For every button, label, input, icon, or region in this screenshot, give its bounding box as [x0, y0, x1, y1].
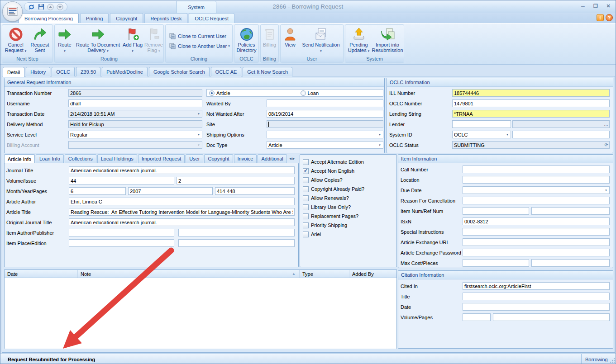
- chevron-down-icon[interactable]: ▾: [196, 112, 202, 116]
- checkbox-library-use-only[interactable]: Library Use Only?: [300, 203, 396, 212]
- due-date-input[interactable]: [463, 187, 603, 193]
- ribbon-tab-oclc-request[interactable]: OCLC Request: [189, 13, 234, 23]
- year-field[interactable]: [128, 187, 213, 195]
- feedback-icon[interactable]: i: [597, 14, 604, 21]
- refresh-button[interactable]: [28, 3, 35, 10]
- column-header-added-by[interactable]: Added By: [349, 270, 396, 278]
- transaction-date-input[interactable]: [69, 111, 196, 117]
- notes-table-body[interactable]: [5, 278, 396, 349]
- maximize-button[interactable]: ❐: [591, 3, 600, 9]
- checkbox-icon[interactable]: [303, 222, 309, 228]
- volume-field[interactable]: [69, 177, 174, 184]
- site-field[interactable]: [267, 120, 383, 128]
- tab-invoice[interactable]: Invoice: [234, 154, 257, 163]
- month-field[interactable]: [69, 187, 126, 195]
- checkbox-accept-alternate-edition[interactable]: Accept Alternate Edition: [300, 157, 396, 166]
- resize-grip[interactable]: [610, 358, 615, 364]
- article-exchange-url-field[interactable]: [463, 238, 610, 246]
- oclc-status-field[interactable]: [452, 141, 610, 149]
- radio-article[interactable]: Article: [209, 90, 230, 96]
- tab-detail[interactable]: Detail: [3, 67, 24, 77]
- chevron-down-icon[interactable]: ▾: [377, 133, 383, 137]
- doc-type-input[interactable]: [267, 142, 377, 148]
- close-button[interactable]: ✕: [604, 3, 613, 9]
- transaction-date-combo[interactable]: ▾: [68, 110, 202, 118]
- system-id-input[interactable]: [453, 132, 504, 137]
- shipping-options-input[interactable]: [267, 132, 377, 137]
- column-header-date[interactable]: Date: [5, 270, 78, 278]
- isxn-field[interactable]: [463, 217, 610, 225]
- pending-updates-button[interactable]: Pending Updates ▾: [346, 26, 372, 56]
- tab-collections[interactable]: Collections: [65, 154, 96, 163]
- transaction-number-field[interactable]: [68, 89, 202, 97]
- tab-get-it-now-search[interactable]: Get It Now Search: [243, 67, 292, 76]
- checkbox-allow-copies[interactable]: Allow Copies?: [300, 175, 396, 184]
- tab-history[interactable]: History: [26, 67, 50, 76]
- column-header-type[interactable]: Type: [300, 270, 349, 278]
- lending-string-field[interactable]: [452, 110, 610, 118]
- clone-to-current-user-button[interactable]: Clone to Current User: [167, 31, 229, 41]
- app-menu-button[interactable]: [2, 1, 23, 22]
- ribbon-tab-borrowing-processing[interactable]: Borrowing Processing: [19, 13, 79, 23]
- tab-scroll-right-button[interactable]: ▶: [292, 157, 295, 161]
- checkbox-allow-renewals[interactable]: Allow Renewals?: [300, 194, 396, 203]
- checkbox-replacement-pages[interactable]: Replacement Pages?: [300, 212, 396, 221]
- minimize-button[interactable]: ─: [578, 3, 587, 9]
- tab-z3950[interactable]: Z39.50: [76, 67, 100, 76]
- request-sent-button[interactable]: Request Sent: [28, 26, 52, 56]
- service-level-input[interactable]: [69, 132, 196, 137]
- resubmit-status-icon[interactable]: ⟳: [605, 142, 608, 147]
- tab-google-scholar-search[interactable]: Google Scholar Search: [149, 67, 210, 76]
- pages-field[interactable]: [215, 187, 295, 195]
- original-journal-title-field[interactable]: [69, 218, 295, 226]
- item-num-field[interactable]: [463, 207, 529, 215]
- journal-title-field[interactable]: [69, 166, 295, 174]
- citation-title-field[interactable]: [463, 293, 610, 300]
- tab-oclc-ae[interactable]: OCLC AE: [211, 67, 242, 76]
- ill-number-field[interactable]: [452, 89, 610, 97]
- route-button[interactable]: Route▾: [55, 26, 75, 56]
- tab-additional[interactable]: Additional: [258, 154, 287, 163]
- tab-pubmed-docline[interactable]: PubMed/Docline: [102, 67, 148, 76]
- policies-directory-button[interactable]: Policies Directory: [234, 26, 258, 56]
- article-author-field[interactable]: [69, 198, 295, 205]
- tab-article-info[interactable]: Article Info: [4, 154, 35, 163]
- citation-pages-field[interactable]: [493, 313, 610, 321]
- item-publisher-field[interactable]: [178, 229, 295, 236]
- due-date-combo[interactable]: ▾: [463, 186, 610, 194]
- issue-field[interactable]: [177, 177, 295, 184]
- tab-user[interactable]: User: [186, 154, 203, 163]
- checkbox-icon[interactable]: [303, 204, 309, 210]
- clone-to-another-user-button[interactable]: Clone to Another User ▾: [167, 41, 232, 51]
- tab-imported-request[interactable]: Imported Request: [138, 154, 185, 163]
- system-id-secondary-field[interactable]: [512, 131, 610, 138]
- add-flag-button[interactable]: Add Flag▾: [121, 26, 144, 56]
- next-request-button[interactable]: [56, 3, 64, 10]
- doc-type-combo[interactable]: ▾: [267, 141, 383, 149]
- ribbon-tab-reprints-desk[interactable]: Reprints Desk: [144, 13, 187, 23]
- checkbox-icon[interactable]: [303, 168, 309, 174]
- tab-loan-info[interactable]: Loan Info: [36, 154, 64, 163]
- checkbox-icon[interactable]: [303, 177, 309, 183]
- tab-scroll-left-button[interactable]: ◀: [289, 157, 291, 161]
- checkbox-icon[interactable]: [303, 159, 309, 165]
- save-button[interactable]: [37, 3, 45, 10]
- checkbox-icon[interactable]: [303, 232, 309, 237]
- citation-date-field[interactable]: [463, 303, 610, 311]
- service-level-combo[interactable]: ▾: [68, 131, 202, 138]
- lender-field[interactable]: [452, 120, 511, 128]
- wanted-by-field[interactable]: [267, 99, 383, 107]
- ref-num-field[interactable]: [531, 207, 610, 215]
- chevron-down-icon[interactable]: ▾: [377, 143, 383, 147]
- item-place-field[interactable]: [69, 239, 174, 247]
- chevron-down-icon[interactable]: ▾: [504, 133, 511, 137]
- checkbox-ariel[interactable]: Ariel: [300, 230, 396, 239]
- import-into-resubmission-button[interactable]: Import into Resubmission: [372, 26, 403, 56]
- location-field[interactable]: [463, 176, 610, 184]
- radio-loan[interactable]: Loan: [301, 90, 319, 96]
- item-edition-field[interactable]: [178, 239, 295, 247]
- send-notification-button[interactable]: Send Notification▾: [299, 26, 343, 56]
- item-author-field[interactable]: [69, 229, 174, 236]
- tab-local-holdings[interactable]: Local Holdings: [97, 154, 137, 163]
- delivery-method-field[interactable]: [68, 120, 202, 128]
